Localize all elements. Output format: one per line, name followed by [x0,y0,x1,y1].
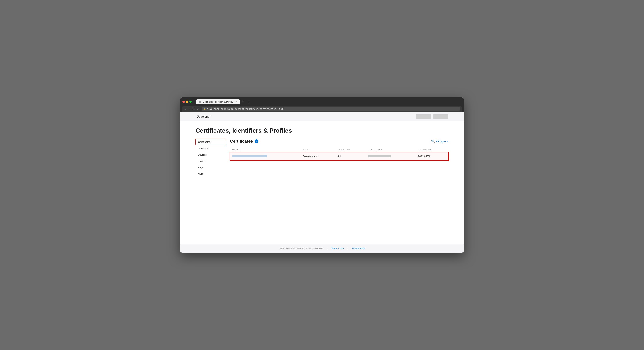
filter-row[interactable]: 🔍 All Types ▾ [431,140,448,143]
sidebar-devices-label: Devices [198,153,206,156]
browser-menu-button[interactable]: ⋮ [246,100,251,104]
col-platform: PLATFORM [336,147,366,152]
main-content: Certificates, Identifiers & Profiles Cer… [180,121,464,244]
cell-platform: All [336,152,366,160]
panel-title-row: Certificates + [230,139,258,144]
apple-developer-logo: Developer [196,115,211,118]
new-tab-button[interactable]: + [240,100,245,104]
terms-of-use-link[interactable]: Terms of Use [332,247,344,250]
col-type-label: TYPE [303,148,309,151]
col-expiration: EXPIRATION [416,147,448,152]
footer-divider-1: | [327,247,328,250]
address-bar[interactable]: 🔒 developer.apple.com/account/resources/… [202,107,460,111]
sidebar-item-identifiers[interactable]: Identifiers [196,145,226,151]
expiration-value: 2021/04/08 [418,155,430,158]
sidebar-item-more[interactable]: More [196,171,226,177]
nav-buttons: ‹ › ↻ ⌂ [184,107,200,111]
col-name: NAME ↓ [230,147,301,152]
developer-label: Developer [197,115,211,118]
sidebar-item-devices[interactable]: Devices [196,152,226,158]
search-icon[interactable]: 🔍 [431,140,435,143]
sidebar-keys-label: Keys [198,166,203,169]
panel-title: Certificates [230,139,253,144]
tab-favicon [198,100,201,103]
type-value: Development [303,155,318,158]
filter-arrow-icon: ▾ [447,140,448,143]
traffic-lights [182,101,192,103]
lock-icon: 🔒 [204,108,206,110]
add-certificate-button[interactable]: + [254,139,258,143]
site-header: Developer [180,112,464,121]
home-button[interactable]: ⌂ [196,107,200,111]
sidebar-certificates-label: Certificates [198,141,210,143]
sidebar-more-label: More [198,172,204,175]
cell-expiration: 2021/04/08 [416,152,448,160]
col-platform-label: PLATFORM [338,148,350,151]
browser-chrome: Certificates, Identifiers & Profile… ✕ +… [180,97,464,112]
col-created-by: CREATED BY [366,147,416,152]
sidebar-item-profiles[interactable]: Profiles [196,158,226,164]
sort-arrow-name: ↓ [240,149,240,151]
created-by-placeholder [368,155,391,157]
active-tab[interactable]: Certificates, Identifiers & Profile… ✕ [196,99,240,104]
cell-name [230,152,301,160]
page-title: Certificates, Identifiers & Profiles [196,127,448,134]
name-value-placeholder [232,155,267,157]
content-layout: Certificates Identifiers Devices Profile… [196,139,448,177]
site-footer: Copyright © 2020 Apple Inc. All rights r… [180,244,464,253]
privacy-policy-link[interactable]: Privacy Policy [352,247,365,250]
url-text: developer.apple.com/account/resources/ce… [207,108,283,110]
browser-top-bar: Certificates, Identifiers & Profile… ✕ +… [182,99,462,104]
page-content: Developer Certificates, Identifiers & Pr… [180,112,464,253]
certificates-table: NAME ↓ TYPE PLATFORM CREA [230,147,448,160]
sidebar-item-certificates[interactable]: Certificates [196,139,226,145]
filter-label: All Types [436,140,446,143]
platform-value: All [338,155,340,158]
copyright-text: Copyright © 2020 Apple Inc. All rights r… [279,247,323,250]
table-row[interactable]: Development All 2021/04/08 [230,152,448,160]
tab-bar: Certificates, Identifiers & Profile… ✕ + [196,99,245,104]
footer-divider-2: | [348,247,348,250]
refresh-button[interactable]: ↻ [192,107,195,111]
header-btn-1[interactable] [416,114,431,119]
plus-icon: + [256,140,257,143]
main-panel: Certificates + 🔍 All Types ▾ [226,139,448,160]
table-header-row: NAME ↓ TYPE PLATFORM CREA [230,147,448,152]
header-actions [416,114,448,119]
tab-title: Certificates, Identifiers & Profile… [203,101,234,103]
panel-header: Certificates + 🔍 All Types ▾ [230,139,448,144]
forward-button[interactable]: › [188,107,190,111]
traffic-light-red[interactable] [182,101,185,103]
browser-window: Certificates, Identifiers & Profile… ✕ +… [180,97,464,253]
traffic-light-yellow[interactable] [186,101,188,103]
sidebar-identifiers-label: Identifiers [198,147,208,150]
sidebar-item-keys[interactable]: Keys [196,164,226,170]
header-btn-2[interactable] [433,114,448,119]
col-name-label: NAME [232,148,239,151]
address-bar-row: ‹ › ↻ ⌂ 🔒 developer.apple.com/account/re… [182,106,462,112]
back-button[interactable]: ‹ [184,107,187,111]
cell-created-by [366,152,416,160]
tab-close-button[interactable]: ✕ [236,101,238,103]
sidebar-profiles-label: Profiles [198,160,206,163]
traffic-light-green[interactable] [189,101,192,103]
col-expiration-label: EXPIRATION [418,148,432,151]
sidebar: Certificates Identifiers Devices Profile… [196,139,226,177]
col-created-by-label: CREATED BY [368,148,382,151]
col-type: TYPE [301,147,336,152]
cell-type: Development [301,152,336,160]
